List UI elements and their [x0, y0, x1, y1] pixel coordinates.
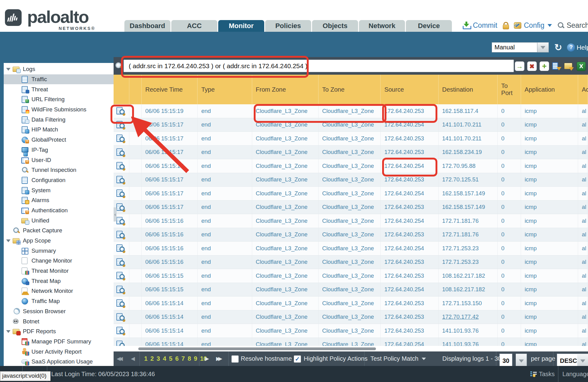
cell-action[interactable]: al — [578, 214, 588, 228]
cell-type[interactable]: end — [198, 269, 252, 283]
cell-from-zone[interactable]: Cloudflare_L3_Zone — [252, 255, 319, 269]
cell-to-port[interactable]: 0 — [498, 104, 521, 118]
cell-application[interactable]: icmp — [521, 338, 578, 346]
cell-to-port[interactable]: 0 — [498, 283, 521, 297]
sidebar-item-user-id[interactable]: User-ID — [4, 155, 114, 165]
first-page-button[interactable]: ◀◀ — [117, 351, 121, 366]
log-detail-icon[interactable] — [116, 189, 125, 197]
cell-to-zone[interactable]: Cloudflare_L3_Zone — [319, 187, 381, 200]
cell-application[interactable]: icmp — [521, 310, 578, 324]
cell-type[interactable]: end — [198, 187, 252, 200]
cell-type[interactable]: end — [198, 132, 252, 145]
page-3[interactable]: 3 — [156, 355, 160, 362]
cell-receive-time[interactable]: 06/06 15:15:14 — [142, 338, 198, 346]
log-detail-cell[interactable] — [114, 104, 129, 118]
cell-application[interactable]: icmp — [521, 214, 578, 228]
cell-to-port[interactable]: 0 — [498, 269, 521, 283]
log-detail-icon[interactable] — [116, 203, 125, 211]
cell-destination[interactable]: 141.101.93.76 — [439, 324, 498, 338]
cell-destination[interactable]: 108.162.217.182 — [439, 269, 498, 283]
cell-action[interactable]: al — [578, 159, 588, 173]
cell-source[interactable]: 172.64.240.254 — [381, 214, 438, 228]
tab-monitor[interactable]: Monitor — [218, 20, 264, 32]
sidebar-item-threat-map[interactable]: Threat Map — [4, 276, 114, 286]
cell-receive-time[interactable]: 06/06 15:15:16 — [142, 214, 198, 228]
cell-to-port[interactable]: 0 — [498, 338, 521, 346]
cell-type[interactable]: end — [198, 173, 252, 187]
load-filter-icon[interactable] — [564, 62, 574, 71]
sidebar-item-tunnel-inspection[interactable]: Tunnel Inspection — [4, 165, 114, 175]
cell-to-zone[interactable]: Cloudflare_L3_Zone — [319, 104, 381, 118]
cell-source[interactable]: 172.64.240.254 — [381, 283, 438, 297]
log-detail-icon[interactable] — [116, 230, 125, 239]
log-detail-cell[interactable] — [114, 118, 129, 132]
sidebar-item-botnet[interactable]: Botnet — [4, 316, 114, 326]
cell-receive-time[interactable]: 06/06 15:15:19 — [142, 104, 198, 118]
cell-type[interactable]: end — [198, 118, 252, 132]
cell-type[interactable]: end — [198, 324, 252, 338]
log-detail-icon[interactable] — [116, 148, 125, 156]
sidebar-item-user-activity-report[interactable]: User Activity Report — [4, 347, 114, 357]
test-policy-match-button[interactable]: Test Policy Match — [370, 351, 426, 366]
refresh-icon[interactable]: ↻ — [554, 43, 562, 52]
cell-from-zone[interactable]: Cloudflare_L3_Zone — [252, 242, 319, 255]
log-detail-icon[interactable] — [116, 244, 125, 252]
log-detail-icon[interactable] — [116, 162, 125, 170]
cell-source[interactable]: 172.64.240.253 — [381, 146, 438, 159]
cell-to-port[interactable]: 0 — [498, 228, 521, 242]
cell-type[interactable]: end — [198, 201, 252, 214]
cell-application[interactable]: icmp — [521, 104, 578, 118]
log-detail-cell[interactable] — [114, 338, 129, 346]
page-9[interactable]: 9 — [194, 355, 197, 362]
cell-destination[interactable]: 172.71.153.150 — [439, 297, 498, 310]
page-5[interactable]: 5 — [169, 355, 173, 362]
sidebar-item-traffic-map[interactable]: Traffic Map — [4, 296, 114, 306]
last-page-button[interactable]: ▶▶ — [216, 351, 220, 366]
cell-to-port[interactable]: 0 — [498, 159, 521, 173]
sidebar-item-alarms[interactable]: Alarms — [4, 195, 114, 206]
config-caret-icon[interactable] — [548, 24, 552, 27]
config-link[interactable]: Config — [524, 21, 544, 30]
cell-to-port[interactable]: 0 — [498, 297, 521, 310]
cell-type[interactable]: end — [198, 297, 252, 310]
sidebar-item-traffic[interactable]: Traffic — [4, 74, 114, 85]
cell-action[interactable]: al — [578, 310, 588, 324]
cell-destination[interactable]: 172.70.125.51 — [439, 173, 498, 187]
prev-page-button[interactable]: ◀ — [131, 351, 133, 366]
cell-action[interactable]: al — [578, 242, 588, 255]
cell-source[interactable]: 172.64.240.254 — [381, 338, 438, 346]
add-filter-button[interactable]: + — [540, 61, 549, 71]
cell-destination[interactable]: 162.158.157.149 — [439, 201, 498, 214]
cell-receive-time[interactable]: 06/06 15:15:14 — [142, 297, 198, 310]
cell-type[interactable]: end — [198, 104, 252, 118]
cell-application[interactable]: icmp — [521, 283, 578, 297]
sidebar-item-change-monitor[interactable]: Change Monitor — [4, 256, 114, 266]
cell-source[interactable]: 172.64.240.253 — [381, 173, 438, 187]
tasks-button[interactable]: Tasks — [530, 366, 555, 382]
cell-application[interactable]: icmp — [521, 187, 578, 200]
cell-application[interactable]: icmp — [521, 201, 578, 214]
log-detail-cell[interactable] — [114, 159, 129, 173]
cell-type[interactable]: end — [198, 146, 252, 159]
log-detail-cell[interactable] — [114, 269, 129, 283]
cell-action[interactable]: al — [578, 255, 588, 269]
cell-to-zone[interactable]: Cloudflare_L3_Zone — [319, 228, 381, 242]
search-link[interactable]: Search — [567, 21, 588, 30]
cell-type[interactable]: end — [198, 242, 252, 255]
cell-to-zone[interactable]: Cloudflare_L3_Zone — [319, 255, 381, 269]
page-8[interactable]: 8 — [188, 355, 191, 362]
cell-destination[interactable]: 108.162.217.182 — [439, 283, 498, 297]
cell-receive-time[interactable]: 06/06 15:15:16 — [142, 255, 198, 269]
log-detail-cell[interactable] — [114, 242, 129, 255]
cell-action[interactable]: al — [578, 146, 588, 159]
cell-from-zone[interactable]: Cloudflare_L3_Zone — [252, 201, 319, 214]
cell-source[interactable]: 172.64.240.254 — [381, 187, 438, 200]
log-detail-icon[interactable] — [116, 176, 125, 184]
sidebar-item-packet-capture[interactable]: Packet Capture — [4, 226, 114, 236]
cell-application[interactable]: icmp — [521, 159, 578, 173]
cell-from-zone[interactable]: Cloudflare_L3_Zone — [252, 104, 319, 118]
cell-to-zone[interactable]: Cloudflare_L3_Zone — [319, 173, 381, 187]
log-detail-icon[interactable] — [116, 285, 125, 294]
cell-source[interactable]: 172.64.240.253 — [381, 201, 438, 214]
lock-icon[interactable] — [502, 22, 509, 29]
